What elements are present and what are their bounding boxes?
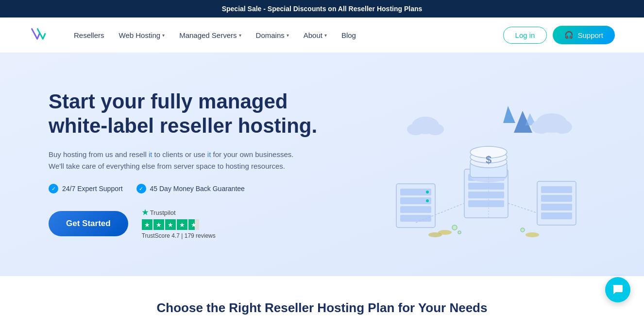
check-icon: ✓ (49, 184, 58, 193)
nav-about[interactable]: About ▾ (298, 27, 333, 43)
svg-marker-23 (503, 106, 515, 123)
logo[interactable] (29, 24, 49, 46)
feature-guarantee: ✓ 45 Day Money Back Guarantee (136, 184, 245, 193)
svg-rect-3 (400, 206, 431, 213)
hero-illustration: $ (382, 87, 595, 242)
svg-rect-13 (541, 186, 572, 193)
trustpilot-logo: ★ Trustpilot (142, 208, 216, 217)
feature-guarantee-label: 45 Day Money Back Guarantee (150, 185, 245, 193)
navbar: Resellers Web Hosting ▾ Managed Servers … (0, 18, 644, 53)
chat-button[interactable] (605, 277, 630, 302)
top-banner: Special Sale - Special Discounts on All … (0, 0, 644, 18)
svg-rect-11 (468, 200, 504, 207)
nav-links: Resellers Web Hosting ▾ Managed Servers … (68, 27, 503, 43)
svg-point-34 (452, 225, 457, 230)
chevron-down-icon: ▾ (162, 33, 165, 38)
pricing-section: Choose the Right Reseller Hosting Plan f… (0, 276, 644, 316)
nav-managed-servers[interactable]: Managed Servers ▾ (173, 27, 247, 43)
trustpilot-block: ★ Trustpilot ★ ★ ★ ★ ★ TrustScore 4.7 | … (142, 208, 216, 239)
svg-point-26 (407, 123, 424, 135)
svg-rect-9 (468, 183, 504, 190)
chevron-down-icon: ▾ (287, 33, 289, 38)
hero-actions: Get Started ★ Trustpilot ★ ★ ★ ★ ★ Trust… (49, 208, 330, 239)
stars-row: ★ ★ ★ ★ ★ (142, 219, 216, 230)
svg-rect-15 (541, 204, 572, 211)
support-button[interactable]: 🎧 Support (553, 26, 615, 44)
trustscore-text: TrustScore 4.7 | 179 reviews (142, 232, 216, 239)
feature-support-label: 24/7 Expert Support (62, 185, 123, 193)
hero-title: Start your fully managed white-label res… (49, 89, 330, 139)
banner-text: Special Sale - Special Discounts on All … (222, 5, 423, 13)
nav-web-hosting[interactable]: Web Hosting ▾ (113, 27, 171, 43)
login-button[interactable]: Log in (503, 27, 547, 44)
star-1: ★ (142, 219, 153, 230)
nav-actions: Log in 🎧 Support (503, 26, 615, 44)
chevron-down-icon: ▾ (324, 33, 327, 38)
svg-point-6 (426, 199, 429, 202)
hero-subtitle: Buy hosting from us and resell it to cli… (49, 149, 330, 172)
chat-icon (611, 283, 624, 296)
star-3: ★ (165, 219, 176, 230)
headset-icon: 🎧 (564, 31, 574, 39)
svg-point-5 (426, 191, 429, 193)
svg-text:$: $ (486, 154, 491, 166)
chevron-down-icon: ▾ (239, 33, 241, 38)
svg-point-36 (521, 228, 525, 232)
trustpilot-icon: ★ (142, 208, 148, 217)
svg-point-29 (531, 120, 551, 134)
feature-support: ✓ 24/7 Expert Support (49, 184, 123, 193)
svg-point-38 (428, 232, 442, 237)
hero-link-it1[interactable]: it (149, 150, 153, 158)
svg-line-32 (508, 203, 537, 213)
hero-content: Start your fully managed white-label res… (49, 89, 330, 240)
hero-features: ✓ 24/7 Expert Support ✓ 45 Day Money Bac… (49, 184, 330, 193)
svg-rect-10 (468, 192, 504, 198)
nav-blog[interactable]: Blog (336, 27, 362, 43)
star-5: ★ (188, 219, 199, 230)
star-2: ★ (153, 219, 164, 230)
pricing-title: Choose the Right Reseller Hosting Plan f… (29, 300, 615, 316)
nav-domains[interactable]: Domains ▾ (250, 27, 295, 43)
svg-point-35 (458, 231, 461, 234)
hero-section: Start your fully managed white-label res… (0, 53, 644, 276)
nav-resellers[interactable]: Resellers (68, 27, 110, 43)
svg-rect-16 (541, 212, 572, 219)
check-icon: ✓ (136, 184, 146, 193)
svg-point-30 (553, 120, 572, 134)
svg-rect-14 (541, 195, 572, 202)
svg-point-27 (426, 123, 444, 135)
get-started-button[interactable]: Get Started (49, 211, 128, 236)
hero-link-it2[interactable]: it (207, 150, 211, 158)
svg-point-39 (525, 232, 539, 237)
star-4: ★ (177, 219, 187, 230)
